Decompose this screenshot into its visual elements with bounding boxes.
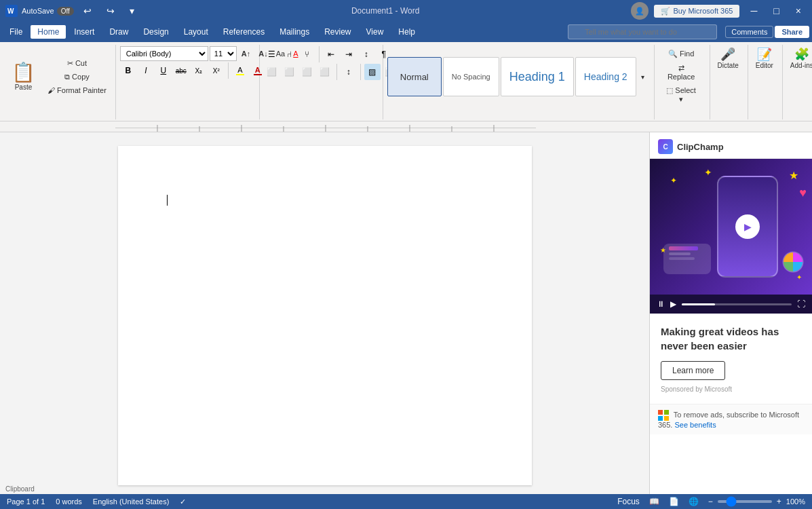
language-indicator[interactable]: English (United States)	[93, 497, 170, 506]
addins-icon: 🧩	[794, 48, 809, 60]
addins-button[interactable]: 🧩 Add-ins	[787, 46, 812, 71]
numbering-button[interactable]: ⑁	[282, 46, 298, 62]
bold-button[interactable]: B	[120, 62, 136, 79]
align-right-button[interactable]: ⬜	[299, 64, 315, 80]
menu-help[interactable]: Help	[391, 25, 422, 39]
decrease-indent-button[interactable]: ⇤	[323, 46, 339, 62]
select-button[interactable]: ⬚ Select ▾	[661, 84, 701, 106]
play-button[interactable]: ▶	[670, 299, 676, 309]
avatar[interactable]: 👤	[631, 2, 649, 20]
menu-layout[interactable]: Layout	[177, 25, 215, 39]
style-heading2-card[interactable]: Heading 2	[575, 57, 636, 96]
top-star-icon: ✦	[704, 167, 712, 178]
menu-insert[interactable]: Insert	[67, 25, 101, 39]
learn-more-button[interactable]: Learn more	[661, 361, 725, 380]
menu-design[interactable]: Design	[136, 25, 175, 39]
text-highlight-button[interactable]: A	[232, 62, 248, 79]
copy-button[interactable]: ⧉ Copy	[44, 71, 110, 83]
bottom-star-icon: ★	[660, 246, 666, 254]
read-mode-button[interactable]: 📖	[647, 497, 661, 506]
fullscreen-button[interactable]: ⛶	[797, 299, 805, 309]
redo-button[interactable]: ↪	[101, 4, 120, 18]
increase-indent-button[interactable]: ⇥	[341, 46, 357, 62]
replace-button[interactable]: ⇄ Replace	[661, 62, 701, 83]
style-heading1-card[interactable]: Heading 1	[501, 57, 574, 96]
bullets-button[interactable]: ☰	[264, 46, 280, 62]
svg-rect-17	[664, 416, 669, 421]
star2-decoration: ✦	[670, 176, 677, 185]
floating-card	[663, 244, 711, 274]
style-normal-label: Normal	[400, 72, 429, 82]
progress-bar[interactable]	[682, 303, 792, 305]
maximize-button[interactable]: □	[768, 4, 784, 18]
menu-view[interactable]: View	[360, 25, 391, 39]
comments-button[interactable]: Comments	[725, 26, 773, 38]
editor-icon: 📝	[757, 48, 772, 60]
para-sep1	[319, 46, 320, 62]
close-button[interactable]: ×	[790, 4, 807, 18]
cut-button[interactable]: ✂ Cut	[44, 57, 110, 70]
increase-font-size-button[interactable]: A↑	[238, 48, 254, 60]
subscript-button[interactable]: X₂	[191, 62, 207, 79]
zoom-slider[interactable]	[718, 500, 772, 503]
style-no-spacing-label: No Spacing	[452, 73, 490, 81]
menu-home[interactable]: Home	[31, 25, 66, 39]
addins-group: 🧩 Add-ins	[784, 45, 812, 119]
find-button[interactable]: 🔍 Find	[661, 48, 701, 60]
autosave-group: AutoSave Off	[22, 7, 74, 16]
paste-button[interactable]: 📋 Paste	[5, 60, 41, 94]
web-layout-button[interactable]: 🌐	[687, 497, 701, 506]
italic-button[interactable]: I	[138, 62, 154, 79]
dictate-button[interactable]: 🎤 Dictate	[714, 46, 742, 71]
autosave-toggle[interactable]: Off	[57, 7, 74, 16]
sort-button[interactable]: ↕	[358, 46, 374, 62]
document-page[interactable]	[118, 146, 532, 485]
document-area[interactable]	[0, 132, 649, 508]
style-normal-card[interactable]: Normal	[387, 57, 442, 96]
focus-button[interactable]: Focus	[615, 497, 642, 506]
editing-controls: 🔍 Find ⇄ Replace ⬚ Select ▾	[659, 46, 704, 107]
shading-button[interactable]: ▨	[364, 64, 381, 80]
menu-review[interactable]: Review	[317, 25, 357, 39]
status-right: Focus 📖 📄 🌐 − + 100%	[615, 497, 805, 506]
font-family-select[interactable]: Calibri (Body)	[120, 46, 208, 61]
underline-button[interactable]: U	[155, 62, 172, 79]
multilevel-list-button[interactable]: ⑂	[299, 46, 315, 62]
zoom-out-button[interactable]: −	[706, 497, 715, 506]
zoom-in-button[interactable]: +	[775, 497, 784, 506]
strikethrough-button[interactable]: abc	[173, 62, 189, 79]
chart-decoration	[781, 250, 805, 274]
editor-button[interactable]: 📝 Editor	[752, 46, 777, 71]
menu-bar: File Home Insert Draw Design Layout Refe…	[0, 22, 812, 42]
format-painter-button[interactable]: 🖌 Format Painter	[44, 84, 110, 96]
align-left-button[interactable]: ⬜	[264, 64, 280, 80]
buy-icon: 🛒	[661, 7, 670, 16]
menu-mailings[interactable]: Mailings	[273, 25, 316, 39]
zoom-control: − + 100%	[706, 497, 805, 506]
superscript-button[interactable]: X²	[208, 62, 225, 79]
justify-button[interactable]: ⬜	[317, 64, 333, 80]
print-layout-button[interactable]: 📄	[667, 497, 681, 506]
align-center-button[interactable]: ⬜	[282, 64, 298, 80]
clipchamp-video[interactable]: ★ ✦ ✦ ▶	[650, 159, 812, 295]
font-size-select[interactable]: 11	[210, 46, 237, 61]
customize-qat-button[interactable]: ▾	[124, 4, 140, 18]
highlight-icon: A	[236, 66, 244, 75]
buy-microsoft365-button[interactable]: 🛒 Buy Microsoft 365	[654, 5, 739, 18]
text-cursor	[167, 195, 168, 206]
ruler-svg	[115, 121, 536, 132]
styles-more-button[interactable]: ▾	[638, 46, 649, 107]
pause-button[interactable]: ⏸	[657, 299, 665, 309]
play-button-icon[interactable]: ▶	[735, 214, 760, 239]
line-spacing-button[interactable]: ↕	[341, 64, 357, 80]
main-area: C ClipChamp ★ ✦ ✦ ▶	[0, 132, 812, 508]
share-button[interactable]: Share	[775, 26, 809, 38]
see-benefits-link[interactable]: See benefits	[674, 421, 716, 429]
tell-me-search-input[interactable]	[568, 24, 717, 39]
undo-button[interactable]: ↩	[78, 4, 97, 18]
menu-draw[interactable]: Draw	[102, 25, 135, 39]
minimize-button[interactable]: ─	[745, 4, 762, 18]
style-no-spacing-card[interactable]: No Spacing	[443, 57, 499, 96]
menu-file[interactable]: File	[3, 25, 29, 39]
menu-references[interactable]: References	[216, 25, 271, 39]
